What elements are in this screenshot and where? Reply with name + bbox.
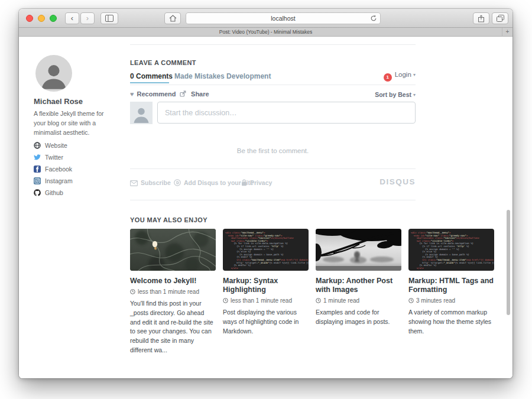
twitter-icon [34, 154, 41, 161]
post-read-time: 1 minute read [316, 297, 401, 304]
post-title[interactable]: Markup: Another Post with Images [316, 277, 401, 294]
sidebar-link-label: Facebook [45, 166, 72, 173]
forward-icon: › [86, 14, 89, 22]
globe-icon [34, 142, 41, 149]
forward-button[interactable]: › [80, 12, 95, 24]
page-content: Michael Rose A flexible Jekyll theme for… [19, 37, 512, 378]
reload-icon[interactable] [370, 15, 377, 22]
code-teaser-image[interactable]: <div class="masthead__menu"> <nav id="si… [408, 229, 494, 271]
post-title[interactable]: Markup: Syntax Highlighting [223, 277, 309, 294]
comments-heading: LEAVE A COMMENT [130, 59, 196, 66]
share-icon [478, 15, 485, 22]
sidebar-link-website[interactable]: Website [34, 142, 67, 151]
comment-count-tab[interactable]: 0 Comments [130, 72, 173, 80]
sort-by-best-dropdown[interactable]: Sort by Best ▾ [375, 91, 416, 98]
related-post-card: Markup: Another Post with Images 1 minut… [316, 229, 401, 327]
post-read-time: less than 1 minute read [130, 288, 216, 296]
new-tab-button[interactable]: + [502, 28, 512, 37]
address-bar[interactable]: localhost [186, 12, 381, 24]
sidebar-link-label: Instagram [45, 177, 73, 184]
share-arrow-icon [180, 90, 188, 98]
post-title[interactable]: Markup: HTML Tags and Formatting [408, 277, 494, 294]
minimize-window-button[interactable] [38, 15, 45, 22]
clock-icon [316, 298, 321, 304]
sort-label: Sort by Best [375, 91, 411, 98]
envelope-icon [130, 180, 138, 187]
post-excerpt: A variety of common markup showing how t… [408, 308, 494, 336]
post-excerpt: You'll find this post in your _posts dir… [130, 299, 216, 355]
github-icon [34, 189, 41, 196]
notification-badge: 1 [384, 73, 392, 82]
share-thread-button[interactable]: Share [180, 90, 209, 98]
subscribe-label: Subscribe [141, 179, 171, 186]
comment-input[interactable] [157, 102, 416, 124]
login-button[interactable]: 1Login ▾ [384, 71, 416, 82]
recommend-button[interactable]: ♥Recommend [130, 90, 176, 98]
post-read-time: 3 minutes read [408, 297, 494, 304]
community-link[interactable]: Made Mistakes Development [174, 72, 271, 80]
instagram-icon [34, 177, 41, 184]
facebook-icon [34, 166, 41, 173]
home-button[interactable] [164, 12, 181, 24]
close-window-button[interactable] [26, 15, 33, 22]
sidebar-link-label: Website [45, 142, 67, 149]
clock-icon [408, 298, 414, 304]
heart-icon: ♥ [130, 90, 134, 98]
active-tab[interactable]: Post: Video (YouTube) - Minimal Mistakes [19, 28, 512, 37]
sidebar-link-label: Twitter [45, 154, 63, 161]
sidebar-link-label: Github [45, 189, 63, 196]
person-icon [132, 105, 150, 124]
clock-icon [130, 289, 135, 296]
divider [130, 200, 416, 200]
zoom-window-button[interactable] [50, 15, 57, 22]
privacy-label: Privacy [250, 179, 272, 186]
address-bar-url: localhost [186, 13, 380, 24]
clock-icon [223, 298, 228, 304]
sidebar-toggle-button[interactable] [100, 12, 118, 24]
safari-window: ‹ › localhost [19, 9, 512, 378]
share-button[interactable] [473, 12, 489, 24]
active-tab-underline [130, 82, 169, 83]
lock-icon [241, 179, 247, 187]
author-avatar [35, 55, 72, 92]
divider [130, 168, 416, 169]
author-name: Michael Rose [34, 97, 83, 106]
screenshot-root: ‹ › localhost [0, 0, 532, 399]
subscribe-button[interactable]: Subscribe [130, 179, 171, 187]
author-bio: A flexible Jekyll theme for your blog or… [34, 109, 112, 137]
post-read-time: less than 1 minute read [223, 297, 309, 304]
person-icon [38, 60, 69, 90]
post-thumbnail-sponge-photo[interactable] [130, 229, 216, 271]
page-scrollbar[interactable] [507, 210, 510, 315]
back-button[interactable]: ‹ [65, 12, 79, 24]
disqus-logo[interactable]: DISQUS [379, 177, 416, 186]
recommend-label: Recommend [137, 90, 176, 98]
sidebar-link-instagram[interactable]: Instagram [34, 177, 73, 187]
post-excerpt: Post displaying the various ways of high… [223, 308, 309, 336]
back-icon: ‹ [71, 14, 73, 22]
post-title[interactable]: Welcome to Jekyll! [130, 277, 216, 286]
related-post-card: Welcome to Jekyll! less than 1 minute re… [130, 229, 216, 355]
browser-tab-bar: Post: Video (YouTube) - Minimal Mistakes… [19, 28, 512, 37]
divider [130, 44, 416, 45]
login-label: Login [395, 71, 411, 78]
share-label: Share [191, 90, 209, 98]
tab-overview-button[interactable] [492, 12, 508, 24]
chevron-down-icon: ▾ [413, 72, 416, 77]
sidebar-icon [105, 15, 113, 22]
sidebar-link-facebook[interactable]: Facebook [34, 166, 72, 175]
tab-overview-icon [497, 15, 504, 22]
post-thumbnail-fog-photo[interactable] [316, 229, 401, 271]
privacy-button[interactable]: Privacy [241, 179, 272, 187]
post-excerpt: Examples and code for displaying images … [316, 308, 401, 327]
related-heading: YOU MAY ALSO ENJOY [130, 216, 207, 223]
sidebar-link-github[interactable]: Github [34, 189, 63, 199]
commenter-avatar [130, 102, 153, 124]
code-teaser-image[interactable]: <div class="masthead__menu"> <nav id="si… [223, 229, 309, 271]
related-post-card: <div class="masthead__menu"> <nav id="si… [223, 229, 309, 336]
sidebar-link-twitter[interactable]: Twitter [34, 154, 63, 163]
related-post-card: <div class="masthead__menu"> <nav id="si… [408, 229, 494, 336]
disqus-d-icon [174, 179, 181, 187]
chevron-down-icon: ▾ [413, 92, 416, 98]
empty-state-text: Be the first to comment. [130, 147, 416, 154]
